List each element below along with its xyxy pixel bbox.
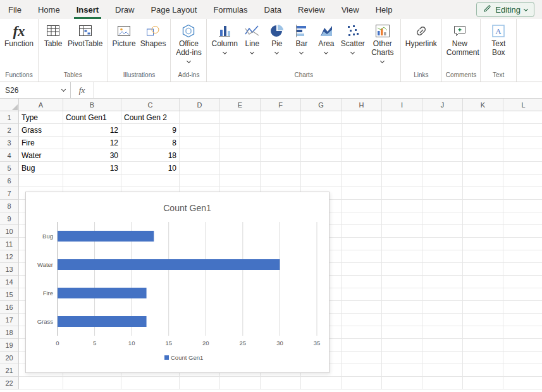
cell-C22[interactable] <box>121 377 180 389</box>
cell-D4[interactable] <box>180 149 220 162</box>
row-header-16[interactable]: 16 <box>0 301 19 314</box>
cell-I13[interactable] <box>382 263 422 276</box>
cell-L9[interactable] <box>503 212 542 225</box>
menu-tab-home[interactable]: Home <box>30 0 68 19</box>
cell-K16[interactable] <box>463 301 503 314</box>
row-header-22[interactable]: 22 <box>0 377 19 389</box>
cell-J14[interactable] <box>422 276 463 288</box>
cell-J18[interactable] <box>422 326 463 339</box>
cell-L3[interactable] <box>503 137 542 149</box>
cell-I14[interactable] <box>382 276 422 288</box>
cell-L2[interactable] <box>503 124 542 137</box>
row-header-11[interactable]: 11 <box>0 238 19 250</box>
ribbon-button-area[interactable]: Area <box>314 21 338 56</box>
row-header-13[interactable]: 13 <box>0 263 19 276</box>
cell-L18[interactable] <box>503 326 542 339</box>
cell-K5[interactable] <box>463 162 503 175</box>
cell-B6[interactable] <box>63 175 121 187</box>
cell-I7[interactable] <box>382 187 422 200</box>
cell-J22[interactable] <box>422 377 463 389</box>
menu-tab-formulas[interactable]: Formulas <box>205 0 256 19</box>
cell-I5[interactable] <box>382 162 422 175</box>
cell-H14[interactable] <box>342 276 382 288</box>
cell-B5[interactable]: 13 <box>63 162 121 175</box>
menu-tab-page-layout[interactable]: Page Layout <box>142 0 205 19</box>
cell-E3[interactable] <box>220 137 261 149</box>
row-header-10[interactable]: 10 <box>0 225 19 238</box>
cell-H21[interactable] <box>342 364 382 377</box>
cell-I17[interactable] <box>382 314 422 326</box>
cell-C2[interactable]: 9 <box>121 124 180 137</box>
cell-K1[interactable] <box>463 111 503 124</box>
cell-J17[interactable] <box>422 314 463 326</box>
row-header-4[interactable]: 4 <box>0 149 19 162</box>
cell-A6[interactable] <box>19 175 63 187</box>
cell-J11[interactable] <box>422 238 463 250</box>
cell-J6[interactable] <box>422 175 463 187</box>
row-header-17[interactable]: 17 <box>0 314 19 326</box>
cell-J19[interactable] <box>422 339 463 352</box>
cell-L7[interactable] <box>503 187 542 200</box>
cell-E6[interactable] <box>220 175 261 187</box>
cell-J8[interactable] <box>422 200 463 212</box>
cell-D1[interactable] <box>180 111 220 124</box>
cell-F1[interactable] <box>261 111 301 124</box>
cell-J2[interactable] <box>422 124 463 137</box>
row-header-6[interactable]: 6 <box>0 175 19 187</box>
cell-K13[interactable] <box>463 263 503 276</box>
cell-I12[interactable] <box>382 250 422 263</box>
ribbon-button-bar[interactable]: Bar <box>290 21 314 56</box>
ribbon-button-shapes[interactable]: Shapes <box>139 21 168 51</box>
cell-L8[interactable] <box>503 200 542 212</box>
cell-A2[interactable]: Grass <box>19 124 63 137</box>
cell-F6[interactable] <box>261 175 301 187</box>
cell-K6[interactable] <box>463 175 503 187</box>
cell-L20[interactable] <box>503 352 542 364</box>
column-header-B[interactable]: B <box>63 99 121 111</box>
ribbon-button-hyperlink[interactable]: Hyperlink <box>403 21 439 51</box>
cell-H8[interactable] <box>342 200 382 212</box>
cell-L16[interactable] <box>503 301 542 314</box>
cell-H2[interactable] <box>342 124 382 137</box>
cell-I4[interactable] <box>382 149 422 162</box>
editing-button[interactable]: Editing <box>476 2 534 17</box>
cell-J16[interactable] <box>422 301 463 314</box>
column-header-F[interactable]: F <box>261 99 301 111</box>
cell-A3[interactable]: Fire <box>19 137 63 149</box>
menu-tab-review[interactable]: Review <box>290 0 333 19</box>
cell-I22[interactable] <box>382 377 422 389</box>
ribbon-button-picture[interactable]: Picture <box>110 21 137 51</box>
cell-E1[interactable] <box>220 111 261 124</box>
cell-I9[interactable] <box>382 212 422 225</box>
cell-J13[interactable] <box>422 263 463 276</box>
fx-icon[interactable]: fx <box>71 82 94 98</box>
ribbon-button-text-box[interactable]: AText Box <box>483 21 514 59</box>
cell-K2[interactable] <box>463 124 503 137</box>
cell-D22[interactable] <box>180 377 220 389</box>
row-header-5[interactable]: 5 <box>0 162 19 175</box>
row-header-3[interactable]: 3 <box>0 137 19 149</box>
cell-J20[interactable] <box>422 352 463 364</box>
cell-F4[interactable] <box>261 149 301 162</box>
ribbon-button-function[interactable]: fxFunction <box>3 21 35 51</box>
cell-J12[interactable] <box>422 250 463 263</box>
cell-I1[interactable] <box>382 111 422 124</box>
cell-I19[interactable] <box>382 339 422 352</box>
cell-L6[interactable] <box>503 175 542 187</box>
column-header-D[interactable]: D <box>180 99 220 111</box>
cell-F22[interactable] <box>261 377 301 389</box>
cell-F5[interactable] <box>261 162 301 175</box>
cell-L10[interactable] <box>503 225 542 238</box>
cell-F2[interactable] <box>261 124 301 137</box>
cell-G2[interactable] <box>301 124 342 137</box>
cell-K10[interactable] <box>463 225 503 238</box>
cell-K7[interactable] <box>463 187 503 200</box>
row-header-14[interactable]: 14 <box>0 276 19 288</box>
cell-J7[interactable] <box>422 187 463 200</box>
cell-K21[interactable] <box>463 364 503 377</box>
ribbon-button-pivottable[interactable]: PivotTable <box>66 21 104 51</box>
cell-L17[interactable] <box>503 314 542 326</box>
cell-B4[interactable]: 30 <box>63 149 121 162</box>
cell-H4[interactable] <box>342 149 382 162</box>
cell-C5[interactable]: 10 <box>121 162 180 175</box>
